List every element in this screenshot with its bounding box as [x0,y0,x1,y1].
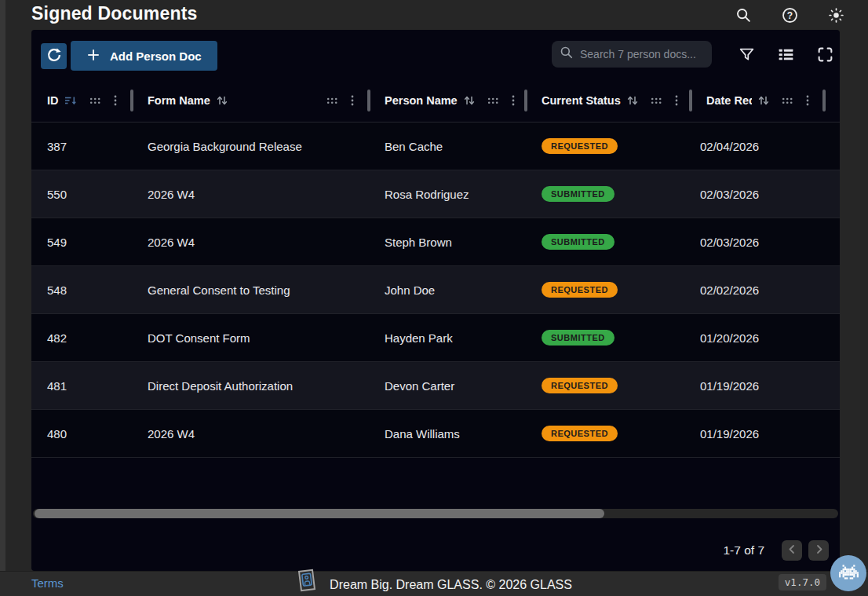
column-label: Person Name [385,94,458,107]
next-page-button[interactable] [808,540,829,561]
sort-arrows-icon[interactable] [216,94,228,107]
chevron-right-icon [812,543,826,558]
cell-date-requested: 01/19/2026 [691,379,824,393]
cell-person-name: Ben Cache [369,140,526,153]
cell-person-name: Rosa Rodriguez [369,188,526,201]
drag-handle-icon[interactable] [487,94,500,107]
column-header-date-requested[interactable]: Date Requested [691,79,824,122]
pagination-bar: 1-7 of 7 [31,519,840,571]
column-menu-icon[interactable] [802,93,813,108]
previous-page-button[interactable] [782,540,802,561]
page-title: Signed Documents [31,3,198,24]
drag-handle-icon[interactable] [781,94,794,107]
cell-person-name: Devon Carter [369,379,526,393]
refresh-button[interactable] [41,43,67,69]
table-row[interactable]: 5492026 W4Steph BrownSUBMITTED02/03/2026 [31,218,840,266]
cell-person-name: Dana Williams [369,427,526,441]
column-header-person-name[interactable]: Person Name [369,79,526,122]
cell-date-requested: 01/20/2026 [691,331,824,345]
column-settings-icon[interactable] [772,41,799,68]
cell-date-requested: 02/03/2026 [691,236,824,249]
cell-person-name: Steph Brown [369,236,526,249]
table-row[interactable]: 482DOT Consent FormHayden ParkSUBMITTED0… [31,314,840,362]
copyright-text: Dream Big. Dream GLASS. © 2026 GLASS [330,578,572,592]
column-resize-handle[interactable] [822,90,826,112]
cell-form-name: Georgia Background Release [132,140,369,153]
chevron-left-icon [786,543,799,558]
add-person-doc-label: Add Person Doc [110,49,202,63]
cell-id: 481 [31,379,132,393]
sort-arrows-icon[interactable] [757,94,770,107]
cell-person-name: Hayden Park [369,331,526,345]
cell-form-name: DOT Consent Form [132,331,369,345]
status-badge: REQUESTED [542,426,618,441]
help-icon[interactable]: ? [776,2,803,28]
filter-icon[interactable] [733,41,760,68]
cell-id: 482 [31,331,132,345]
cell-current-status: SUBMITTED [526,330,691,346]
cell-id: 387 [31,140,132,153]
signed-documents-panel: Add Person Doc [31,30,840,571]
cell-current-status: REQUESTED [526,378,691,393]
add-person-doc-button[interactable]: Add Person Doc [71,41,217,71]
cell-current-status: SUBMITTED [526,234,691,250]
table-row[interactable]: 481Direct Deposit AuthorizationDevon Car… [31,362,840,410]
space-invader-icon [839,565,859,582]
fullscreen-icon[interactable] [811,41,838,68]
cell-current-status: REQUESTED [526,138,691,154]
column-header-form-name[interactable]: Form Name [132,79,369,122]
refresh-icon [46,47,62,65]
sort-arrows-icon[interactable] [626,94,639,107]
cell-form-name: Direct Deposit Authorization [132,379,369,393]
sort-arrows-icon[interactable] [463,94,476,107]
cell-form-name: 2026 W4 [132,188,369,201]
horizontal-scrollbar-thumb[interactable] [35,509,604,518]
window-edge [0,0,5,596]
grid-search-input[interactable] [580,48,706,60]
cell-date-requested: 01/19/2026 [691,427,824,441]
column-menu-icon[interactable] [347,93,358,108]
plus-icon [86,48,100,64]
drag-handle-icon[interactable] [650,94,663,107]
table-row[interactable]: 387Georgia Background ReleaseBen CacheRE… [31,122,840,170]
grid-search-box[interactable] [552,41,712,68]
table-header-row: IDForm NamePerson NameCurrent StatusDate… [31,79,840,122]
table-row[interactable]: 548General Consent to TestingJohn DoeREQ… [31,266,840,314]
column-menu-icon[interactable] [508,93,519,108]
search-icon[interactable] [730,2,757,28]
terms-link[interactable]: Terms [31,576,64,590]
cell-id: 480 [31,427,132,441]
page-footer: Terms Dream Big. Dream GLASS. © 2026 GLA… [0,571,868,596]
status-badge: REQUESTED [542,282,618,298]
sort-desc-icon[interactable] [64,94,77,107]
column-menu-icon[interactable] [671,93,682,108]
column-label: Form Name [148,94,210,107]
glass-logo-icon [296,567,317,596]
column-label: Date Requested [706,94,752,107]
search-icon [560,46,574,63]
cell-current-status: REQUESTED [526,282,691,298]
column-label: Current Status [542,94,621,107]
table-row[interactable]: 4802026 W4Dana WilliamsREQUESTED01/19/20… [31,410,840,458]
status-badge: SUBMITTED [542,186,615,202]
column-label: ID [47,94,59,107]
cell-current-status: REQUESTED [526,426,691,441]
column-header-id[interactable]: ID [31,79,132,122]
column-header-current-status[interactable]: Current Status [526,79,691,122]
drag-handle-icon[interactable] [326,94,339,107]
cell-id: 549 [31,236,132,249]
horizontal-scrollbar[interactable] [33,509,838,518]
drag-handle-icon[interactable] [89,94,102,107]
pagination-range-label: 1-7 of 7 [723,543,764,558]
cell-date-requested: 02/03/2026 [691,188,824,201]
table-body: 387Georgia Background ReleaseBen CacheRE… [31,122,840,458]
column-menu-icon[interactable] [110,93,121,108]
chatbot-button[interactable] [830,555,866,591]
table-row[interactable]: 5502026 W4Rosa RodriguezSUBMITTED02/03/2… [31,170,840,218]
app-bar: Signed Documents ? [0,0,868,30]
brightness-icon[interactable] [822,2,849,28]
cell-person-name: John Doe [369,283,526,297]
status-badge: REQUESTED [542,378,618,393]
cell-current-status: SUBMITTED [526,186,691,202]
status-badge: REQUESTED [542,138,618,154]
